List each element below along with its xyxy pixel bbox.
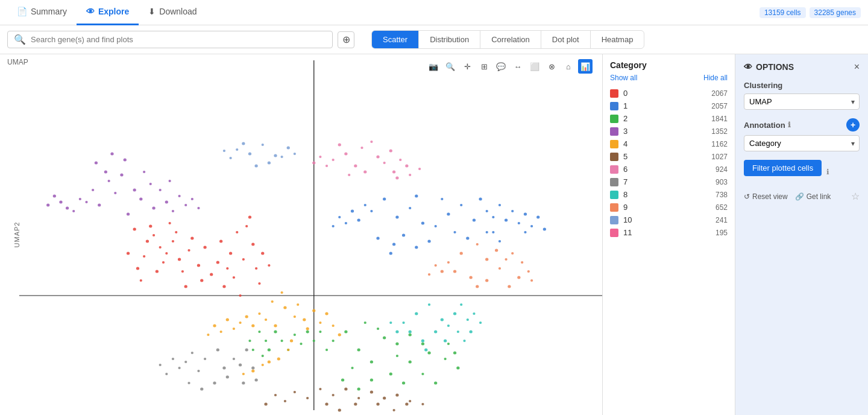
reset-get-row: ↺ Reset view 🔗 Get link ☆ [744,191,860,202]
svg-point-73 [530,225,533,227]
svg-point-106 [402,382,405,385]
tab-explore[interactable]: 👁 Explore [77,0,139,25]
scatter-area: UMAP 📷 🔍 ✛ ⊞ 💬 ↔ ⬜ ⊗ ⌂ 📊 UMAP2 [0,54,603,415]
svg-point-153 [294,315,296,318]
show-all-label[interactable]: Show all [610,74,637,82]
close-options-button[interactable]: × [854,62,860,72]
svg-point-139 [159,189,162,191]
svg-point-188 [395,394,398,397]
svg-point-231 [197,370,200,372]
category-row[interactable]: 2 1841 [610,112,728,125]
svg-point-147 [191,198,193,200]
svg-point-15 [219,240,222,243]
category-item-label: 7 [623,177,711,186]
hide-all-label[interactable]: Hide all [703,74,728,82]
category-item-count: 2067 [711,89,728,98]
category-row[interactable]: 9 652 [610,201,728,214]
svg-point-234 [213,382,216,385]
tab-correlation[interactable]: Correlation [480,31,541,48]
svg-point-53 [492,216,494,218]
svg-point-215 [348,174,350,176]
category-row[interactable]: 8 738 [610,188,728,201]
svg-point-119 [252,349,254,351]
get-link-button[interactable]: 🔗 Get link [795,192,831,201]
svg-point-84 [383,337,386,340]
category-item-label: 10 [623,215,711,224]
category-row[interactable]: 10 241 [610,214,728,226]
svg-point-186 [383,397,386,400]
crosshair-icon[interactable]: ✛ [460,59,474,74]
annotation-select[interactable]: Category [744,135,860,151]
svg-point-249 [447,325,450,327]
svg-point-169 [233,328,235,330]
svg-point-112 [357,388,360,391]
svg-point-222 [216,349,219,352]
tab-distribution[interactable]: Distribution [419,31,480,48]
svg-point-235 [172,358,174,360]
add-plot-button[interactable]: ⊕ [338,31,354,48]
zoom-in-icon[interactable]: 🔍 [443,59,458,74]
svg-point-51 [435,225,437,227]
svg-point-282 [248,153,251,156]
home-icon[interactable]: ⌂ [561,59,576,74]
tab-dot-plot[interactable]: Dot plot [541,31,591,48]
svg-point-288 [268,162,271,165]
svg-point-179 [242,373,245,375]
tab-summary[interactable]: 📄 Summary [7,0,77,25]
box-select-icon[interactable]: ⬜ [527,59,542,74]
category-row[interactable]: 1 2057 [610,100,728,112]
category-item-count: 738 [715,191,728,199]
chart-toggle-icon[interactable]: 📊 [578,59,593,74]
category-row[interactable]: 0 2067 [610,87,728,100]
category-row[interactable]: 6 924 [610,163,728,176]
category-show-hide[interactable]: Show all Hide all [610,74,728,82]
category-color-swatch [610,140,618,148]
filter-plotted-cells-button[interactable]: Filter plotted cells [744,160,822,176]
category-row[interactable]: 5 1027 [610,150,728,163]
svg-point-166 [312,309,315,312]
svg-point-30 [245,225,248,227]
category-row[interactable]: 7 903 [610,176,728,188]
category-row[interactable]: 4 1162 [610,138,728,150]
svg-point-148 [46,204,49,207]
main-content: UMAP 📷 🔍 ✛ ⊞ 💬 ↔ ⬜ ⊗ ⌂ 📊 UMAP2 [0,54,868,415]
category-color-swatch [610,153,618,161]
reset-view-button[interactable]: ↺ Reset view [744,192,788,201]
category-row[interactable]: 11 195 [610,226,728,239]
arrow-icon[interactable]: ↔ [511,59,525,74]
svg-point-45 [370,210,373,212]
add-annotation-button[interactable]: + [846,118,860,131]
category-color-swatch [610,89,618,98]
tab-scatter-label: Scatter [383,35,407,44]
category-color-swatch [610,115,618,123]
tab-download[interactable]: ⬇ Download [139,0,206,25]
svg-point-104 [370,379,373,382]
comment-icon[interactable]: 💬 [494,59,508,74]
tab-heatmap[interactable]: Heatmap [591,31,644,48]
lasso-icon[interactable]: ⊗ [544,59,559,74]
filter-info-icon[interactable]: ℹ [826,168,829,176]
clustering-select[interactable]: UMAP [744,93,860,110]
svg-point-195 [284,400,286,402]
svg-point-48 [473,219,476,222]
camera-icon[interactable]: 📷 [426,59,441,74]
category-row[interactable]: 3 1352 [610,125,728,138]
svg-point-269 [498,267,501,270]
tab-scatter[interactable]: Scatter [372,31,419,48]
svg-point-100 [409,361,412,364]
svg-point-144 [53,195,56,198]
star-button[interactable]: ☆ [851,191,860,202]
grid-icon[interactable]: ⊞ [477,59,491,74]
svg-point-137 [172,210,174,212]
annotation-info-icon[interactable]: ℹ [788,121,791,129]
svg-point-267 [505,258,507,261]
svg-point-164 [245,315,248,318]
search-input[interactable] [31,35,326,44]
svg-point-159 [258,312,260,315]
svg-point-9 [203,246,206,249]
svg-point-203 [360,147,363,149]
svg-point-85 [332,340,335,342]
svg-point-49 [486,210,488,212]
svg-point-70 [524,213,527,216]
svg-point-162 [251,325,254,328]
